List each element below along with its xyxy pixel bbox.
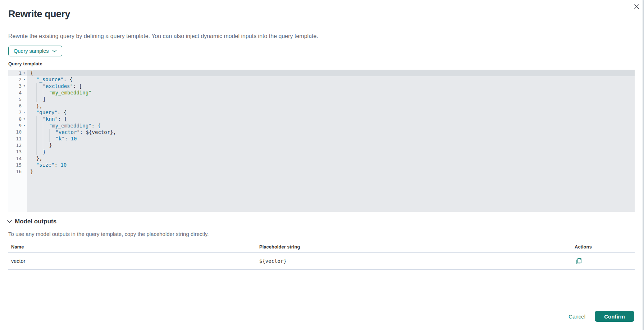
indent-guide <box>36 83 43 89</box>
code-token: }, <box>36 155 42 161</box>
code-line-content: } <box>27 142 635 148</box>
indent-space <box>30 155 36 162</box>
line-number: 3 <box>19 83 22 89</box>
indent-space <box>30 135 36 142</box>
code-token: "query" <box>36 110 58 115</box>
line-number-cell: 11 <box>8 135 27 142</box>
indent-space <box>30 102 36 109</box>
code-token: : <box>65 136 71 141</box>
line-number-cell: 2▾ <box>8 76 27 83</box>
code-line: 2▾"_source": { <box>8 76 635 83</box>
code-line: 8▾"knn": { <box>8 116 635 122</box>
code-line: 6}, <box>8 102 635 109</box>
code-token: : [ <box>73 83 82 89</box>
line-number-cell: 5 <box>8 96 27 102</box>
code-token: }, <box>36 103 42 109</box>
code-line-content: "k": 10 <box>27 135 635 142</box>
query-template-label: Query template <box>8 61 42 66</box>
code-token: "vector" <box>55 129 79 135</box>
code-token: "my_embedding" <box>49 123 92 129</box>
code-token: : { <box>64 76 73 82</box>
code-token: : <box>54 162 60 168</box>
line-number-cell: 13 <box>8 149 27 155</box>
indent-space <box>30 96 36 102</box>
indent-space <box>30 162 36 168</box>
code-line: 10"vector": ${vector}, <box>8 129 635 135</box>
line-number-cell: 1▾ <box>8 70 27 76</box>
fold-toggle-icon[interactable]: ▾ <box>22 84 27 88</box>
rewrite-query-modal: { "colors": { "primary": "#0f7d72", "tex… <box>0 0 644 330</box>
fold-toggle-icon[interactable]: ▾ <box>22 111 27 114</box>
indent-space <box>30 83 36 89</box>
code-token: : { <box>92 123 101 129</box>
fold-toggle-icon[interactable]: ▾ <box>22 78 27 81</box>
code-token: : { <box>58 110 67 115</box>
code-line-content: ] <box>27 96 635 102</box>
indent-space <box>30 142 36 148</box>
code-line-content: "excludes": [ <box>27 83 635 89</box>
model-outputs-accordion-toggle[interactable]: Model outputs <box>7 218 56 225</box>
indent-guide <box>36 142 43 148</box>
code-token: "knn" <box>43 116 58 122</box>
cancel-button[interactable]: Cancel <box>568 313 585 320</box>
line-number-cell: 3▾ <box>8 83 27 89</box>
line-number-cell: 7▾ <box>8 109 27 116</box>
code-line-content: "size": 10 <box>27 162 635 168</box>
table-row: vector${vector} <box>8 253 635 270</box>
line-number-cell: 15 <box>8 162 27 168</box>
line-number: 7 <box>19 110 22 115</box>
line-number: 10 <box>16 129 22 135</box>
code-token: "excludes" <box>43 83 73 89</box>
query-samples-button[interactable]: Query samples <box>8 46 62 56</box>
column-header-name: Name <box>8 244 256 250</box>
code-line-content: { <box>27 70 635 76</box>
table-header-row: Name Placeholder string Actions <box>8 241 635 253</box>
fold-toggle-icon[interactable]: ▾ <box>22 71 27 75</box>
fold-toggle-icon[interactable]: ▾ <box>22 124 27 127</box>
code-token: : { <box>58 116 67 122</box>
code-token: 10 <box>60 162 67 168</box>
indent-guide <box>49 129 56 135</box>
page-title: Rewrite query <box>8 9 70 20</box>
line-number: 11 <box>16 136 22 141</box>
model-outputs-description: To use any model outputs in the query te… <box>8 231 209 237</box>
line-number-cell: 14 <box>8 155 27 162</box>
code-line: 9▾"my_embedding": { <box>8 122 635 129</box>
indent-space <box>30 129 36 135</box>
line-number-cell: 9▾ <box>8 122 27 129</box>
confirm-button[interactable]: Confirm <box>595 311 634 322</box>
modal-footer: Cancel Confirm <box>568 311 634 322</box>
page-scrollbar[interactable] <box>643 0 644 330</box>
indent-space <box>30 76 36 83</box>
code-line-content: } <box>27 149 635 155</box>
code-token: "size" <box>36 162 55 168</box>
line-number: 5 <box>19 97 22 102</box>
code-token: ] <box>43 96 46 102</box>
copy-placeholder-button[interactable] <box>575 257 583 265</box>
placeholder-string: ${vector} <box>256 258 572 264</box>
table-rows: vector${vector} <box>8 253 635 270</box>
code-line: 1▾{ <box>8 70 635 76</box>
indent-guide <box>43 142 49 148</box>
indent-guide <box>43 135 49 142</box>
line-number: 9 <box>19 123 22 128</box>
line-number: 6 <box>19 103 22 108</box>
model-outputs-table: Name Placeholder string Actions vector${… <box>8 241 635 270</box>
query-template-editor[interactable]: 1▾{2▾"_source": {3▾"excludes": [4"my_emb… <box>8 70 635 212</box>
indent-guide <box>36 149 43 155</box>
code-token: } <box>30 169 33 175</box>
code-line-content: "vector": ${vector}, <box>27 129 635 135</box>
code-line: 12} <box>8 142 635 148</box>
fold-toggle-icon[interactable]: ▾ <box>22 117 27 121</box>
line-number: 16 <box>16 169 22 174</box>
line-number-cell: 12 <box>8 142 27 148</box>
code-line: 13} <box>8 149 635 155</box>
code-token: "my_embedding" <box>49 90 92 96</box>
indent-guide <box>36 96 43 102</box>
code-line-content: "_source": { <box>27 76 635 83</box>
code-line: 3▾"excludes": [ <box>8 83 635 89</box>
accordion-chevron-down-icon <box>7 220 12 223</box>
code-line-content: "query": { <box>27 109 635 116</box>
close-button[interactable] <box>631 1 641 11</box>
code-line-content: }, <box>27 155 635 162</box>
